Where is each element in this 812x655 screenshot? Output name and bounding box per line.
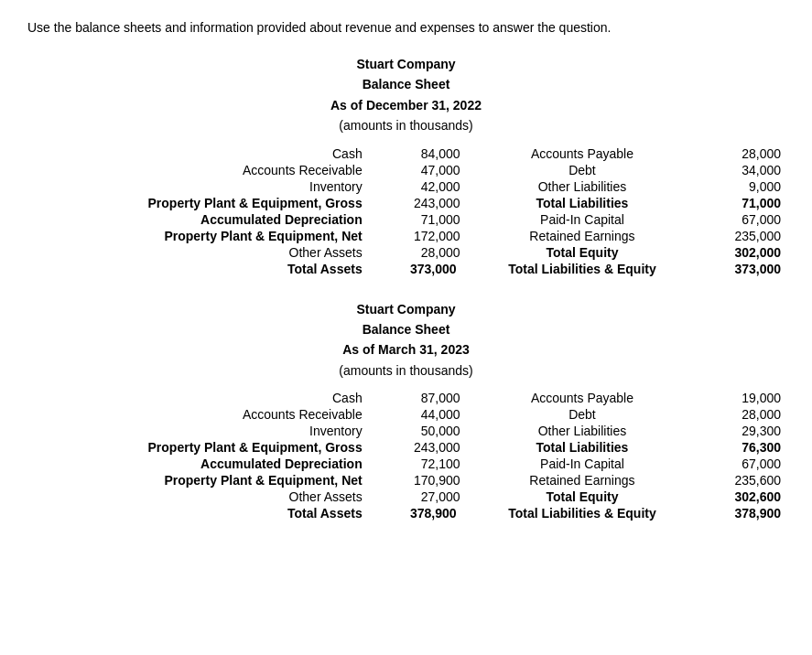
balance-sheet-2: Stuart Company Balance Sheet As of March… <box>27 299 785 522</box>
bs2-title: Balance Sheet <box>27 319 785 339</box>
right-total-value: 378,900 <box>700 505 785 521</box>
left-item-label: Property Plant & Equipment, Net <box>27 472 366 489</box>
bs1-title: Balance Sheet <box>27 74 785 94</box>
right-item-value: 34,000 <box>700 162 785 178</box>
bs1-company: Stuart Company <box>27 54 785 74</box>
right-item-value: 235,000 <box>700 228 785 244</box>
intro-paragraph: Use the balance sheets and information p… <box>27 18 785 38</box>
left-total-value: 378,900 <box>366 505 464 521</box>
right-total-value: 373,000 <box>700 261 785 277</box>
right-item-value: 67,000 <box>700 211 785 228</box>
left-item-value: 47,000 <box>366 162 464 178</box>
left-item-value: 27,000 <box>366 489 464 505</box>
right-item-label: Paid-In Capital <box>464 211 701 228</box>
bs2-table: Cash87,000Accounts Payable19,000Accounts… <box>27 390 785 521</box>
bs2-header: Stuart Company Balance Sheet As of March… <box>27 299 785 381</box>
bs1-subtitle: (amounts in thousands) <box>27 115 785 135</box>
right-item-label: Other Liabilities <box>464 178 701 195</box>
right-item-label: Debt <box>464 162 701 178</box>
left-item-value: 50,000 <box>366 423 464 439</box>
left-item-label: Property Plant & Equipment, Gross <box>27 195 366 211</box>
right-item-label: Paid-In Capital <box>464 456 701 472</box>
right-item-label: Total Equity <box>464 244 701 261</box>
right-item-value: 29,300 <box>700 423 785 439</box>
bs2-subtitle: (amounts in thousands) <box>27 360 785 381</box>
left-item-label: Accumulated Depreciation <box>27 211 366 228</box>
right-item-value: 302,000 <box>700 244 785 261</box>
right-item-label: Total Liabilities <box>464 439 701 456</box>
bs1-table: Cash84,000Accounts Payable28,000Accounts… <box>27 145 785 277</box>
left-item-value: 28,000 <box>366 244 464 261</box>
left-item-label: Accounts Receivable <box>27 406 366 423</box>
left-item-value: 172,000 <box>366 228 464 244</box>
left-item-label: Inventory <box>27 423 366 439</box>
right-item-value: 76,300 <box>700 439 785 456</box>
left-total-label: Total Assets <box>27 261 366 277</box>
left-item-value: 42,000 <box>366 178 464 195</box>
right-total-label: Total Liabilities & Equity <box>464 261 701 277</box>
right-item-value: 28,000 <box>700 406 785 423</box>
left-item-value: 44,000 <box>366 406 464 423</box>
left-item-label: Inventory <box>27 178 366 195</box>
left-item-label: Cash <box>27 145 366 162</box>
bs1-header: Stuart Company Balance Sheet As of Decem… <box>27 54 785 136</box>
right-total-label: Total Liabilities & Equity <box>464 505 701 521</box>
left-item-value: 243,000 <box>366 195 464 211</box>
left-item-value: 72,100 <box>366 456 464 472</box>
left-item-value: 170,900 <box>366 472 464 489</box>
left-item-label: Accounts Receivable <box>27 162 366 178</box>
right-item-label: Retained Earnings <box>464 472 701 489</box>
bs1-date: As of December 31, 2022 <box>27 95 785 115</box>
left-item-label: Other Assets <box>27 489 366 505</box>
right-item-label: Debt <box>464 406 701 423</box>
right-item-value: 235,600 <box>700 472 785 489</box>
left-item-value: 243,000 <box>366 439 464 456</box>
left-item-value: 71,000 <box>366 211 464 228</box>
balance-sheet-1: Stuart Company Balance Sheet As of Decem… <box>27 54 785 277</box>
right-item-value: 67,000 <box>700 456 785 472</box>
left-total-label: Total Assets <box>27 505 366 521</box>
left-total-value: 373,000 <box>366 261 464 277</box>
left-item-label: Property Plant & Equipment, Net <box>27 228 366 244</box>
left-item-label: Property Plant & Equipment, Gross <box>27 439 366 456</box>
right-item-value: 9,000 <box>700 178 785 195</box>
left-item-label: Other Assets <box>27 244 366 261</box>
left-item-value: 87,000 <box>366 390 464 406</box>
right-item-label: Retained Earnings <box>464 228 701 244</box>
right-item-label: Total Equity <box>464 489 701 505</box>
right-item-label: Total Liabilities <box>464 195 701 211</box>
right-item-label: Other Liabilities <box>464 423 701 439</box>
bs2-company: Stuart Company <box>27 299 785 319</box>
right-item-value: 19,000 <box>700 390 785 406</box>
right-item-label: Accounts Payable <box>464 145 701 162</box>
left-item-label: Cash <box>27 390 366 406</box>
right-item-value: 28,000 <box>700 145 785 162</box>
bs2-date: As of March 31, 2023 <box>27 339 785 360</box>
right-item-label: Accounts Payable <box>464 390 701 406</box>
right-item-value: 302,600 <box>700 489 785 505</box>
left-item-label: Accumulated Depreciation <box>27 456 366 472</box>
left-item-value: 84,000 <box>366 145 464 162</box>
right-item-value: 71,000 <box>700 195 785 211</box>
